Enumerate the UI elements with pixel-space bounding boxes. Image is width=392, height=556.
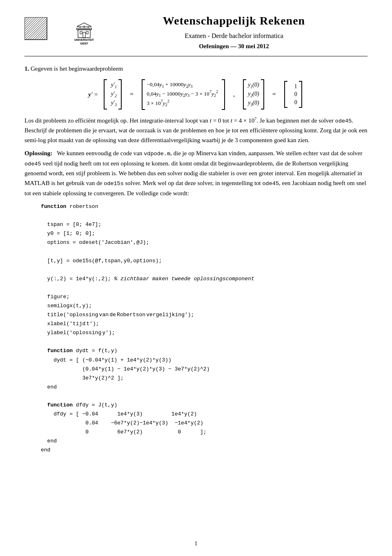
exam-date: Oefeningen — 30 mei 2012 bbox=[100, 42, 368, 51]
matrix-y0: y1(0) y2(0) y3(0) bbox=[243, 79, 264, 109]
eq2: = bbox=[272, 89, 276, 100]
universiteit-gent-logo: UNIVERSITEIT GENT bbox=[68, 17, 100, 46]
inline-vdpode: vdpode.m bbox=[144, 151, 170, 157]
main-title: Wetenschappelijk Rekenen bbox=[100, 12, 368, 29]
kw-function1: function bbox=[41, 203, 66, 210]
svg-rect-1 bbox=[24, 17, 47, 40]
svg-rect-6 bbox=[83, 32, 85, 38]
inline-ode45-2: ode45 bbox=[24, 161, 41, 167]
svg-rect-5 bbox=[86, 31, 88, 34]
content: 1. Gegeven is het beginwaardeprobleem y′… bbox=[24, 64, 368, 455]
para1: Los dit probleem zo efficiënt mogelijk o… bbox=[24, 116, 368, 145]
section1-intro: Gegeven is het beginwaardeprobleem bbox=[31, 65, 123, 72]
page-number: 1 bbox=[195, 540, 198, 547]
comma1: , bbox=[233, 89, 235, 100]
footer: 1 bbox=[24, 539, 368, 548]
section-number: 1. bbox=[24, 65, 29, 72]
matrix-initcond: 1 0 0 bbox=[284, 81, 302, 108]
y-prime-label: y′ = bbox=[88, 89, 98, 99]
options-line: options bbox=[47, 239, 70, 246]
inline-ode45-1: ode45 bbox=[335, 118, 352, 124]
title-line: title bbox=[47, 312, 63, 318]
ug-logo-hatched bbox=[24, 17, 61, 46]
comment1: % zichtbaar maken tweede oplossingscompo… bbox=[114, 276, 254, 282]
inline-ode15s: ode15s bbox=[104, 181, 124, 187]
matrix-rhs: −0,04y1 + 10000y2y3 0,04y1 − 10000y2y3 −… bbox=[142, 79, 225, 110]
oplossing-para: Oplossing: We kunnen eenvoudig de code v… bbox=[24, 148, 368, 198]
kw-function3: function bbox=[47, 402, 73, 408]
header: UNIVERSITEIT GENT Wetenschappelijk Reken… bbox=[24, 12, 368, 56]
svg-text:UNIVERSITEIT: UNIVERSITEIT bbox=[74, 38, 94, 41]
matrix-yprime: y′1 y′2 y′3 bbox=[104, 79, 122, 109]
code-block: function robertson tspan = [0; 4e7]; y0 … bbox=[41, 202, 368, 455]
kw-function2: function bbox=[47, 348, 73, 354]
section1-heading: 1. Gegeven is het beginwaardeprobleem bbox=[24, 64, 368, 74]
svg-rect-4 bbox=[80, 31, 82, 34]
svg-rect-7 bbox=[77, 28, 91, 30]
oplossing-label: Oplossing: bbox=[24, 150, 52, 156]
logos: UNIVERSITEIT GENT bbox=[24, 17, 100, 46]
svg-text:GENT: GENT bbox=[80, 42, 88, 45]
page: UNIVERSITEIT GENT Wetenschappelijk Reken… bbox=[0, 0, 392, 556]
math-equation: y′ = y′1 y′2 y′3 = −0,04y1 + 10000y2y3 bbox=[24, 79, 368, 110]
eq1: = bbox=[130, 89, 134, 100]
inline-ode45-3: ode45 bbox=[262, 181, 279, 187]
header-title-block: Wetenschappelijk Rekenen Examen - Derde … bbox=[100, 12, 368, 51]
subtitle: Examen - Derde bachelor informatica bbox=[100, 31, 368, 41]
